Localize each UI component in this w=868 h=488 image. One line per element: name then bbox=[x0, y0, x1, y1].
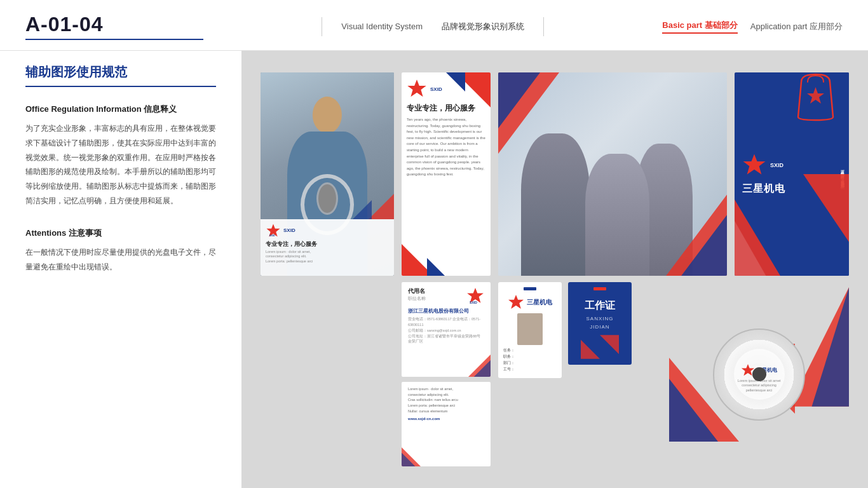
brand-cn-label: 品牌视觉形象识别系统 bbox=[442, 21, 524, 32]
badge-fields: 任务：职务：部门：工号： bbox=[503, 348, 557, 373]
header-underline bbox=[25, 39, 203, 40]
svg-marker-16 bbox=[803, 174, 849, 242]
svg-marker-2 bbox=[369, 194, 394, 219]
badge-strap-top bbox=[524, 287, 536, 290]
sidebar: 辅助图形使用规范 Office Regulation Information 信… bbox=[0, 51, 241, 488]
photo-caption-overlay: SXID SXID 专业专注，用心服务 Lorem ipsum · dolor … bbox=[261, 219, 394, 276]
main-content: 辅助图形使用规范 Office Regulation Information 信… bbox=[0, 51, 868, 488]
blue-star-deco-main bbox=[353, 200, 372, 219]
brochure-sxid: SXID bbox=[430, 86, 442, 92]
red-star-deco-main bbox=[369, 194, 394, 219]
info-body: 为了充实企业形象，丰富标志的具有应用，在整体视觉要求下基础设计了辅助图形，使其在… bbox=[25, 121, 216, 208]
svg-marker-13 bbox=[743, 154, 766, 174]
page-code: A-01-04 bbox=[25, 13, 203, 36]
main-photo: SXID SXID 专业专注，用心服务 Lorem ipsum · dolor … bbox=[261, 72, 394, 276]
badge-blue-subtitle: SANXINGJIDIAN bbox=[586, 315, 613, 332]
biz-card-title: 职位名称 bbox=[408, 295, 426, 302]
brochure-body-text: Ten years ago, the phoenix sinewa, restr… bbox=[407, 117, 485, 178]
sidebar-title: 辅助图形使用规范 bbox=[25, 64, 216, 87]
sidebar-section-attention: Attentions 注意事项 在一般情况下使用时应尽量使用提供的光盘电子文件，… bbox=[25, 227, 216, 274]
brochure-star-bottom-blue bbox=[427, 258, 445, 276]
attention-body: 在一般情况下使用时应尽量使用提供的光盘电子文件，尽量避免在重绘中出现错误。 bbox=[25, 245, 216, 274]
header-divider-left bbox=[322, 17, 322, 36]
svg-marker-3 bbox=[353, 200, 372, 219]
badge-photo bbox=[517, 313, 543, 345]
header-right: Basic part 基础部分 Application part 应用部分 bbox=[662, 20, 843, 34]
cd-area: 三星机电 Lorem ipsum: dolor sit ametconsecte… bbox=[669, 282, 849, 466]
photo-star-overlay bbox=[498, 72, 727, 276]
svg-marker-25 bbox=[581, 340, 600, 359]
id-badges-group: 三星机电 任务：职务：部门：工号： 工作证 SANXINGJIDIAN bbox=[498, 282, 661, 466]
id-badge-blue: 工作证 SANXINGJIDIAN bbox=[568, 282, 632, 365]
star-logo-small: SXID bbox=[266, 223, 281, 238]
cd-disc: 三星机电 Lorem ipsum: dolor sit ametconsecte… bbox=[713, 329, 805, 421]
biz-back-text: Lorem ipsum · dolor sit amet, consectetu… bbox=[408, 386, 484, 414]
flyer-sxid: SXID bbox=[283, 227, 295, 233]
app-part-label: Application part 应用部分 bbox=[750, 21, 843, 32]
svg-text:SXID: SXID bbox=[470, 301, 477, 304]
people-photo-item bbox=[498, 72, 727, 276]
svg-marker-6 bbox=[407, 79, 426, 97]
badge-blue-strap bbox=[593, 287, 606, 290]
badge-logo-area: 三星机电 bbox=[508, 294, 552, 311]
brochure-item: SXID 专业专注，用心服务 Ten years ago, the phoeni… bbox=[402, 72, 491, 276]
folder-star-logo bbox=[742, 153, 766, 177]
info-heading: Office Regulation Information 信息释义 bbox=[25, 104, 216, 115]
badge-star-logo bbox=[508, 294, 524, 311]
flyer-logo-row: SXID SXID bbox=[266, 223, 389, 238]
folder-sxid: SXID bbox=[770, 162, 783, 168]
biz-card-front: 代用名 职位名称 SXID 浙江三星机电股份有限公司 营业电话：0571-638… bbox=[402, 282, 491, 377]
brochure-logo-row: SXID bbox=[407, 79, 485, 99]
attention-heading: Attentions 注意事项 bbox=[25, 227, 216, 239]
svg-marker-8 bbox=[427, 258, 445, 276]
biz-card-star-logo: SXID bbox=[466, 287, 484, 305]
biz-website: www.sxjd-cn.com bbox=[408, 417, 484, 421]
header-left: A-01-04 bbox=[25, 13, 203, 40]
biz-card-star-deco bbox=[468, 355, 491, 377]
biz-card-top-row: 代用名 职位名称 SXID bbox=[408, 287, 484, 305]
header-center: Visual Identity System 品牌视觉形象识别系统 bbox=[322, 17, 544, 36]
brochure-main-slogan: 专业专注，用心服务 bbox=[407, 103, 485, 114]
worker-head bbox=[313, 97, 342, 133]
page-header: A-01-04 Visual Identity System 品牌视觉形象识别系… bbox=[0, 0, 868, 51]
biz-card-name: 代用名 bbox=[408, 287, 426, 295]
badge-company-cn: 三星机电 bbox=[527, 298, 552, 307]
badge-blue-star-deco bbox=[581, 334, 619, 360]
svg-text:SXID: SXID bbox=[269, 234, 275, 237]
tote-bag-deco bbox=[792, 72, 839, 123]
mockup-container: SXID SXID 专业专注，用心服务 Lorem ipsum · dolor … bbox=[261, 72, 849, 466]
svg-marker-24 bbox=[508, 295, 524, 309]
header-divider-right bbox=[543, 17, 544, 36]
flyer-slogan: 专业专注，用心服务 bbox=[266, 240, 389, 248]
worker-photo-bg: SXID SXID 专业专注，用心服务 Lorem ipsum · dolor … bbox=[261, 72, 394, 276]
biz-card-name-area: 代用名 职位名称 bbox=[408, 287, 426, 302]
content-area: SXID SXID 专业专注，用心服务 Lorem ipsum · dolor … bbox=[241, 51, 868, 488]
biz-company: 浙江三星机电股份有限公司 bbox=[408, 308, 484, 315]
badge-blue-title: 工作证 bbox=[585, 299, 615, 313]
folder-logo-row: SXID bbox=[742, 153, 841, 177]
biz-cards-group: 代用名 职位名称 SXID 浙江三星机电股份有限公司 营业电话：0571-638… bbox=[402, 282, 491, 466]
svg-marker-21 bbox=[474, 360, 491, 377]
brochure-star-logo bbox=[407, 79, 427, 99]
cd-hole bbox=[752, 367, 766, 381]
folder-star-deco bbox=[735, 174, 849, 276]
row-1: SXID SXID 专业专注，用心服务 Lorem ipsum · dolor … bbox=[261, 72, 849, 276]
folder-item: SXID 三星机电 浙江三星机电股份有限公司 企业视觉形象识别系统 bbox=[735, 72, 849, 276]
gear-center bbox=[316, 182, 338, 215]
row2-spacer bbox=[261, 282, 394, 466]
svg-marker-26 bbox=[600, 335, 619, 354]
biz-card-back: Lorem ipsum · dolor sit amet, consectetu… bbox=[402, 382, 491, 466]
row-2: 代用名 职位名称 SXID 浙江三星机电股份有限公司 营业电话：0571-638… bbox=[261, 282, 849, 466]
basic-part-label: Basic part 基础部分 bbox=[662, 20, 737, 34]
flyer-body: Lorem ipsum · dolor sit amet,consectetur… bbox=[266, 250, 389, 264]
id-badge-white: 三星机电 任务：职务：部门：工号： bbox=[498, 282, 562, 378]
sidebar-section-info: Office Regulation Information 信息释义 为了充实企… bbox=[25, 104, 216, 208]
people-photo-bg bbox=[498, 72, 727, 276]
svg-marker-17 bbox=[807, 87, 824, 104]
vis-identity-label: Visual Identity System bbox=[341, 22, 423, 31]
biz-info: 营业电话：0571-63863117 企业电话：0571-63830111 公司… bbox=[408, 316, 484, 344]
biz-back-star-deco bbox=[402, 447, 421, 466]
